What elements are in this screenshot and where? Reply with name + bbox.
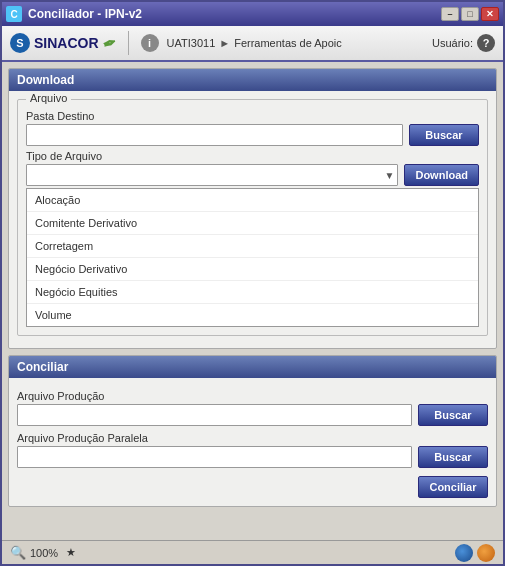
nav-user: Usuário: ? [432,34,495,52]
title-bar: C Conciliador - IPN-v2 – □ ✕ [2,2,503,26]
conciliar-panel-body: Arquivo Produção Buscar Arquivo Produção… [9,378,496,506]
arquivo-producao-label: Arquivo Produção [17,390,488,402]
arquivo-legend: Arquivo [26,92,71,104]
conciliar-button[interactable]: Conciliar [418,476,488,498]
minimize-button[interactable]: – [441,7,459,21]
nav-station: UATI3011 [167,37,216,49]
dropdown-item-corretagem[interactable]: Corretagem [27,235,478,258]
star-icon: ★ [66,546,76,559]
window-title: Conciliador - IPN-v2 [28,7,441,21]
conciliar-panel: Conciliar Arquivo Produção Buscar Arquiv… [8,355,497,507]
arquivo-producao-row: Buscar [17,404,488,426]
buscar-producao-button[interactable]: Buscar [418,404,488,426]
window-controls: – □ ✕ [441,7,499,21]
conciliar-button-row: Conciliar [17,476,488,498]
sinacor-logo: S SINACOR ✒ [10,33,116,53]
dropdown-item-comitente[interactable]: Comitente Derivativo [27,212,478,235]
main-window: C Conciliador - IPN-v2 – □ ✕ S SINACOR ✒… [0,0,505,566]
arquivo-group: Arquivo Pasta Destino Buscar Tipo de Arq… [17,99,488,336]
dropdown-item-alocacao[interactable]: Alocação [27,189,478,212]
zoom-indicator: 🔍 100% [10,545,58,560]
tipo-arquivo-select[interactable] [26,164,398,186]
status-bar: 🔍 100% ★ [2,540,503,564]
nav-path: UATI3011 ► Ferramentas de Apoic [167,37,424,49]
tipo-arquivo-row: ▼ Download [26,164,479,186]
nav-arrow: ► [219,37,230,49]
content-area: Download Arquivo Pasta Destino Buscar Ti… [2,62,503,540]
logo-text: SINACOR [34,35,99,51]
arquivo-producao-input[interactable] [17,404,412,426]
download-panel-header: Download [9,69,496,91]
status-right [455,544,495,562]
conciliar-panel-header: Conciliar [9,356,496,378]
pasta-destino-label: Pasta Destino [26,110,479,122]
dropdown-item-volume[interactable]: Volume [27,304,478,326]
tipo-arquivo-select-wrapper: ▼ [26,164,398,186]
arquivo-producao-paralela-row: Buscar [17,446,488,468]
close-button[interactable]: ✕ [481,7,499,21]
logo-icon: S [10,33,30,53]
buscar-producao-paralela-button[interactable]: Buscar [418,446,488,468]
orange-dot-icon [477,544,495,562]
download-panel-body: Arquivo Pasta Destino Buscar Tipo de Arq… [9,91,496,348]
info-button[interactable]: i [141,34,159,52]
buscar-pasta-button[interactable]: Buscar [409,124,479,146]
arquivo-producao-paralela-label: Arquivo Produção Paralela [17,432,488,444]
user-label: Usuário: [432,37,473,49]
tipo-arquivo-label: Tipo de Arquivo [26,150,479,162]
dropdown-list: Alocação Comitente Derivativo Corretagem… [26,188,479,327]
app-icon: C [6,6,22,22]
dropdown-item-negocio-derivativo[interactable]: Negócio Derivativo [27,258,478,281]
download-panel: Download Arquivo Pasta Destino Buscar Ti… [8,68,497,349]
maximize-button[interactable]: □ [461,7,479,21]
dropdown-item-negocio-equities[interactable]: Negócio Equities [27,281,478,304]
feather-icon: ✒ [100,32,119,54]
arquivo-producao-paralela-input[interactable] [17,446,412,468]
download-button[interactable]: Download [404,164,479,186]
pasta-destino-input[interactable] [26,124,403,146]
nav-bar: S SINACOR ✒ i UATI3011 ► Ferramentas de … [2,26,503,62]
zoom-level: 100% [30,547,58,559]
pasta-destino-row: Buscar [26,124,479,146]
zoom-icon: 🔍 [10,545,26,560]
tipo-arquivo-section: Tipo de Arquivo ▼ Download [26,150,479,186]
nav-section: Ferramentas de Apoic [234,37,342,49]
nav-divider [128,31,129,55]
help-button[interactable]: ? [477,34,495,52]
globe-icon [455,544,473,562]
